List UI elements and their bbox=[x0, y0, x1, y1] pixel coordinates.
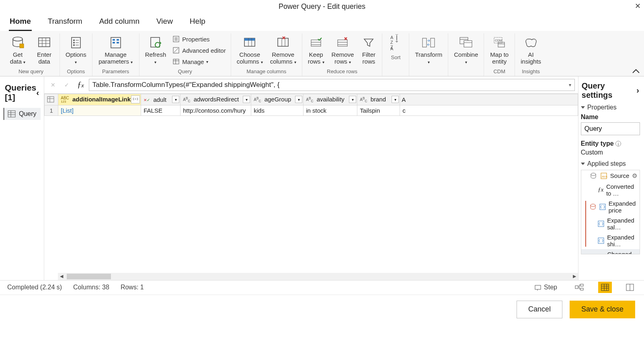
delete-step-icon[interactable]: ✕ bbox=[632, 254, 637, 254]
applied-steps-toggle[interactable]: Applied steps bbox=[581, 160, 640, 167]
collapse-ribbon-icon[interactable] bbox=[632, 68, 640, 74]
properties-button[interactable]: Properties bbox=[171, 34, 227, 44]
svg-rect-48 bbox=[464, 41, 472, 47]
ai-insights-button[interactable]: AIinsights bbox=[518, 33, 544, 67]
column-header-availability[interactable]: ABC availability ▾ bbox=[304, 94, 357, 105]
diagram-view-button[interactable] bbox=[572, 282, 587, 293]
choose-columns-icon bbox=[242, 35, 257, 50]
options-button[interactable]: Options▾ bbox=[63, 33, 89, 67]
step-source[interactable]: JSON Source ⚙ bbox=[581, 170, 640, 182]
type-text-icon: ABC bbox=[306, 97, 313, 103]
formula-input[interactable]: Table.TransformColumnTypes(#"Expanded sh… bbox=[89, 79, 575, 91]
filter-dropdown-icon[interactable]: ▾ bbox=[172, 96, 179, 103]
transform-button[interactable]: Transform▾ bbox=[412, 33, 445, 67]
svg-rect-15 bbox=[113, 39, 115, 41]
step-converted[interactable]: ƒx Converted to … bbox=[581, 182, 640, 198]
gear-icon[interactable]: ⚙ bbox=[632, 172, 637, 179]
column-header-ageGroup[interactable]: ABC ageGroup ▾ bbox=[251, 94, 304, 105]
diagram-icon bbox=[575, 284, 584, 291]
column-header-adwordsRedirect[interactable]: ABC adwordsRedirect ▾ bbox=[180, 94, 251, 105]
column-header-adult[interactable]: ✕✓ adult ▾ bbox=[141, 94, 180, 105]
horizontal-scrollbar[interactable]: ◀ ▶ bbox=[58, 273, 578, 280]
scroll-right-icon[interactable]: ▶ bbox=[571, 273, 578, 280]
table-row[interactable]: 1 [List] FALSE http://contoso.com/hury k… bbox=[45, 105, 578, 116]
cell[interactable]: kids bbox=[251, 105, 304, 116]
query-name-input[interactable] bbox=[581, 122, 640, 135]
scroll-left-icon[interactable]: ◀ bbox=[58, 273, 65, 280]
grid-view-toggle[interactable] bbox=[598, 282, 612, 293]
column-header-brand[interactable]: ABC brand ▾ bbox=[357, 94, 400, 105]
remove-columns-button[interactable]: Removecolumns ▾ bbox=[268, 33, 299, 67]
svg-rect-29 bbox=[244, 38, 255, 41]
properties-section: Properties Name Entity type i Custom bbox=[581, 104, 640, 156]
info-icon[interactable]: i bbox=[615, 141, 621, 146]
svg-text:CDM: CDM bbox=[495, 39, 502, 42]
manage-parameters-button[interactable]: Manageparameters ▾ bbox=[96, 33, 136, 67]
tab-view[interactable]: View bbox=[156, 15, 174, 31]
svg-point-62 bbox=[591, 173, 596, 175]
filter-dropdown-icon[interactable]: ▾ bbox=[349, 96, 356, 103]
cell[interactable]: http://contoso.com/hury bbox=[180, 105, 251, 116]
svg-rect-17 bbox=[113, 42, 115, 43]
filter-dropdown-icon[interactable]: ▾ bbox=[392, 96, 399, 103]
advanced-editor-button[interactable]: Advanced editor bbox=[171, 45, 227, 55]
tab-transform[interactable]: Transform bbox=[47, 15, 83, 31]
refresh-button[interactable]: Refresh▾ bbox=[143, 33, 169, 67]
ribbon-tabs: Home Transform Add column View Help bbox=[0, 13, 644, 31]
remove-columns-icon bbox=[275, 35, 291, 50]
expand-column-icon[interactable] bbox=[131, 95, 140, 103]
tab-add-column[interactable]: Add column bbox=[98, 15, 140, 31]
cell[interactable]: c bbox=[400, 105, 578, 116]
get-data-button[interactable]: Getdata ▾ bbox=[6, 33, 30, 67]
column-header-additionalImageLinks[interactable]: ABC123 additionalImageLinks bbox=[58, 94, 141, 105]
step-expanded-sale[interactable]: Expanded sal… bbox=[581, 215, 640, 232]
properties-toggle[interactable]: Properties bbox=[581, 104, 640, 111]
step-expanded-shipping[interactable]: Expanded shi… bbox=[581, 232, 640, 249]
group-label-insights: Insights bbox=[518, 67, 544, 76]
tab-home[interactable]: Home bbox=[9, 15, 32, 31]
choose-columns-button[interactable]: Choosecolumns ▾ bbox=[234, 33, 265, 67]
column-header-more[interactable]: A bbox=[400, 94, 578, 105]
sort-button[interactable]: AZZA bbox=[386, 33, 406, 53]
ribbon-group-manage-columns: Choosecolumns ▾ Removecolumns ▾ Manage c… bbox=[231, 33, 302, 76]
collapse-queries-icon[interactable]: ‹ bbox=[36, 88, 39, 97]
table-icon bbox=[8, 110, 16, 118]
schema-view-toggle[interactable] bbox=[623, 282, 637, 293]
row-number: 1 bbox=[45, 105, 58, 116]
map-to-entity-button[interactable]: CDM Map toentity bbox=[487, 33, 511, 67]
enter-data-button[interactable]: Enterdata bbox=[32, 33, 56, 67]
step-button[interactable]: Step bbox=[531, 282, 560, 293]
filter-rows-button[interactable]: Filterrows bbox=[359, 33, 379, 67]
tab-help[interactable]: Help bbox=[189, 15, 206, 31]
status-bar: Completed (2.24 s) Columns: 38 Rows: 1 S… bbox=[0, 281, 644, 295]
combine-button[interactable]: Combine▾ bbox=[451, 33, 480, 67]
table-small-icon bbox=[172, 58, 180, 65]
step-changed-column-type[interactable]: ABC123 Changed colu… ✕ bbox=[581, 249, 640, 254]
workspace: Queries [1] ‹ Query ✕ ✓ ƒx Table.Transfo… bbox=[0, 76, 644, 281]
save-close-button[interactable]: Save & close bbox=[570, 301, 635, 318]
formula-bar: ✕ ✓ ƒx Table.TransformColumnTypes(#"Expa… bbox=[44, 76, 578, 93]
cell[interactable]: [List] bbox=[58, 105, 141, 116]
table-corner[interactable] bbox=[45, 94, 58, 105]
cancel-button[interactable]: Cancel bbox=[517, 301, 562, 318]
ribbon-group-transform: Transform▾ bbox=[409, 33, 448, 76]
formula-expand-icon[interactable]: ▾ bbox=[569, 82, 571, 88]
queries-pane: Queries [1] ‹ Query bbox=[0, 76, 44, 280]
close-icon[interactable]: ✕ bbox=[635, 2, 641, 10]
manage-query-button[interactable]: Manage ▾ bbox=[171, 57, 227, 66]
collapse-settings-icon[interactable]: › bbox=[636, 86, 639, 95]
cancel-formula-icon[interactable]: ✕ bbox=[47, 79, 59, 91]
query-list-item[interactable]: Query bbox=[3, 108, 41, 120]
filter-dropdown-icon[interactable]: ▾ bbox=[295, 96, 302, 103]
filter-dropdown-icon[interactable]: ▾ bbox=[243, 96, 250, 103]
accept-formula-icon[interactable]: ✓ bbox=[61, 79, 72, 91]
remove-rows-button[interactable]: Removerows ▾ bbox=[329, 33, 357, 67]
group-label-reduce-rows: Reduce rows bbox=[306, 67, 379, 76]
scroll-thumb[interactable] bbox=[67, 274, 111, 279]
cell[interactable]: in stock bbox=[304, 105, 357, 116]
keep-rows-button[interactable]: Keeprows ▾ bbox=[306, 33, 327, 67]
step-expanded-price[interactable]: Expanded price bbox=[581, 198, 640, 215]
status-columns: Columns: 38 bbox=[73, 284, 109, 291]
cell[interactable]: FALSE bbox=[141, 105, 180, 116]
cell[interactable]: Tailspin bbox=[357, 105, 400, 116]
